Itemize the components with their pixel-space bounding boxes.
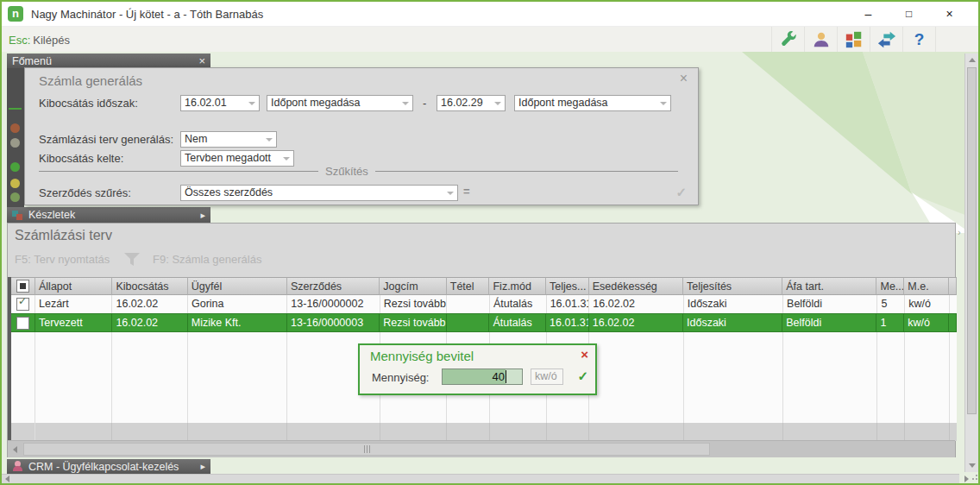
f5-print-plan-button[interactable]: F5: Terv nyomtatás bbox=[15, 253, 110, 266]
panel-chevron-icon[interactable]: › bbox=[958, 227, 961, 237]
cell-afa[interactable]: Belföldi bbox=[783, 295, 877, 313]
menu-item-icon[interactable] bbox=[10, 179, 20, 188]
column-header[interactable]: Fiz.mód bbox=[489, 277, 546, 295]
cell-tetel[interactable] bbox=[447, 295, 490, 313]
cell-kibocsatas[interactable]: 16.02.02 bbox=[112, 295, 188, 313]
maximize-button[interactable]: □ bbox=[889, 3, 929, 25]
period-to-mode-select[interactable]: Időpont megadása bbox=[514, 95, 671, 111]
quantity-dialog-close-icon[interactable]: × bbox=[581, 348, 588, 361]
column-header[interactable]: Jogcím bbox=[380, 277, 446, 295]
minimize-button[interactable]: – bbox=[848, 3, 889, 25]
scroll-left-icon[interactable] bbox=[5, 476, 9, 482]
cell-ugyfel[interactable]: Gorina bbox=[188, 295, 287, 313]
filter-funnel-icon[interactable] bbox=[123, 252, 141, 267]
dialog-close-icon[interactable]: × bbox=[680, 72, 688, 85]
cell-ugyfel[interactable]: Mizike Kft. bbox=[188, 314, 287, 331]
column-header[interactable]: Kibocsátás bbox=[112, 277, 187, 295]
cell-mennyiseg[interactable]: 1 bbox=[876, 314, 904, 331]
cell-szerzodes[interactable]: 13-16/0000003 bbox=[287, 314, 380, 331]
menu-item-icon[interactable] bbox=[10, 138, 20, 148]
cell-allapot[interactable]: Tervezett bbox=[35, 314, 112, 331]
table-header-row: Állapot Kibocsátás Ügyfél Szerződés Jogc… bbox=[11, 277, 957, 295]
menu-item-icon[interactable] bbox=[10, 162, 20, 172]
user-button[interactable] bbox=[804, 27, 837, 53]
menu-item-exit[interactable]: Esc:Kilépés bbox=[9, 34, 70, 47]
tools-button[interactable] bbox=[771, 27, 804, 53]
column-header[interactable]: Me... bbox=[876, 277, 904, 295]
scroll-down-icon[interactable] bbox=[969, 463, 976, 468]
plan-generation-label: Számlázási terv generálás: bbox=[39, 133, 173, 146]
column-header[interactable]: Szerződés bbox=[287, 277, 380, 295]
column-header[interactable]: Teljes... bbox=[546, 277, 589, 295]
cell-teljes[interactable]: 16.01.31 bbox=[546, 314, 589, 331]
column-header[interactable]: Állapot bbox=[35, 277, 112, 295]
menu-item-icon[interactable] bbox=[10, 123, 20, 133]
scroll-up-icon[interactable] bbox=[969, 58, 976, 62]
scroll-right-icon[interactable] bbox=[964, 476, 969, 482]
sidebar-item-crm[interactable]: CRM - Ügyfélkapcsolat-kezelés ▸ bbox=[7, 459, 210, 474]
cell-mennyiseg[interactable]: 5 bbox=[877, 295, 905, 313]
column-header[interactable]: Áfa tart. bbox=[782, 277, 876, 295]
fomenu-title: Főmenü bbox=[12, 55, 52, 67]
cell-esedekesseg[interactable]: 16.02.02 bbox=[589, 295, 683, 313]
menu-bar: Esc:Kilépés ? bbox=[2, 27, 978, 54]
cell-jogcim[interactable]: Rezsi tovább bbox=[380, 314, 446, 331]
cell-esedekesseg[interactable]: 16.02.02 bbox=[589, 314, 683, 331]
modules-button[interactable] bbox=[837, 27, 870, 53]
period-from-mode-select[interactable]: Időpont megadása bbox=[267, 95, 413, 111]
contract-filter-label: Szerződés szűrés: bbox=[39, 186, 131, 199]
table-horizontal-scrollbar[interactable] bbox=[8, 440, 955, 457]
column-header[interactable]: M.e. bbox=[904, 277, 949, 295]
cell-teljesites[interactable]: Időszaki bbox=[684, 295, 783, 313]
empty-table-row bbox=[11, 405, 957, 423]
cell-me[interactable]: kw/ó bbox=[905, 295, 950, 313]
close-button[interactable]: × bbox=[929, 3, 970, 25]
scroll-left-icon[interactable] bbox=[13, 446, 17, 453]
help-button[interactable]: ? bbox=[902, 27, 936, 53]
cell-fizmod[interactable]: Átutalás bbox=[490, 295, 547, 313]
menu-item-icon[interactable] bbox=[10, 192, 20, 202]
transfer-button[interactable] bbox=[870, 27, 902, 53]
cell-fizmod[interactable]: Átutalás bbox=[489, 314, 546, 331]
contract-filter-select[interactable]: Összes szerződés bbox=[180, 185, 458, 201]
cell-afa[interactable]: Belföldi bbox=[782, 314, 876, 331]
cell-teljesites[interactable]: Időszaki bbox=[683, 314, 782, 331]
resize-grip-icon[interactable] bbox=[970, 475, 977, 482]
column-header[interactable]: Tétel bbox=[447, 277, 490, 295]
dialog-confirm-icon[interactable]: ✓ bbox=[675, 185, 687, 200]
cell-kibocsatas[interactable]: 16.02.02 bbox=[112, 314, 187, 331]
cell-jogcim[interactable]: Rezsi tovább bbox=[380, 295, 448, 313]
window-vertical-scrollbar[interactable] bbox=[964, 54, 978, 472]
column-header[interactable]: Ügyfél bbox=[188, 277, 287, 295]
cell-teljes[interactable]: 16.01.31 bbox=[547, 295, 590, 313]
quantity-input[interactable]: 40 bbox=[442, 368, 523, 385]
fomenu-panel-header[interactable]: Főmenü × bbox=[7, 54, 210, 68]
checkbox-indeterminate-icon bbox=[16, 280, 29, 293]
workspace: Főmenü × Számla generálás × Kibocsátás i… bbox=[2, 52, 978, 483]
fomenu-close-icon[interactable]: × bbox=[198, 55, 205, 66]
column-header[interactable]: Esedékesség bbox=[589, 277, 683, 295]
sidebar-item-keszletek[interactable]: Készletek ▸ bbox=[7, 207, 210, 223]
table-row-selected[interactable]: Tervezett 16.02.02 Mizike Kft. 13-16/000… bbox=[11, 313, 957, 332]
period-from-select[interactable]: 16.02.01 bbox=[180, 95, 260, 111]
scrollbar-thumb[interactable] bbox=[23, 443, 710, 456]
period-to-select[interactable]: 16.02.29 bbox=[437, 95, 506, 111]
plan-generation-select[interactable]: Nem bbox=[180, 131, 277, 148]
row-checkbox-unchecked[interactable] bbox=[11, 314, 35, 331]
scrollbar-thumb[interactable] bbox=[967, 67, 977, 414]
cell-allapot[interactable]: Lezárt bbox=[35, 295, 112, 313]
row-checkbox-checked[interactable]: ✓ bbox=[11, 295, 35, 313]
window-horizontal-scrollbar[interactable] bbox=[2, 474, 959, 483]
quantity-value: 40 bbox=[443, 369, 506, 384]
select-all-checkbox[interactable] bbox=[11, 277, 35, 295]
chevron-right-icon: ▸ bbox=[200, 461, 205, 472]
wrench-icon bbox=[779, 30, 798, 49]
f9-generate-invoice-button[interactable]: F9: Számla generálás bbox=[153, 253, 261, 266]
column-header[interactable]: Teljesítés bbox=[683, 277, 782, 295]
quantity-confirm-icon[interactable]: ✓ bbox=[577, 368, 588, 384]
cell-szerzodes[interactable]: 13-16/0000002 bbox=[287, 295, 380, 313]
filter-options-icon[interactable]: = bbox=[463, 185, 470, 198]
cell-me[interactable]: kw/ó bbox=[904, 314, 949, 331]
cell-tetel[interactable] bbox=[447, 314, 490, 331]
table-row[interactable]: ✓ Lezárt 16.02.02 Gorina 13-16/0000002 R… bbox=[11, 295, 957, 313]
